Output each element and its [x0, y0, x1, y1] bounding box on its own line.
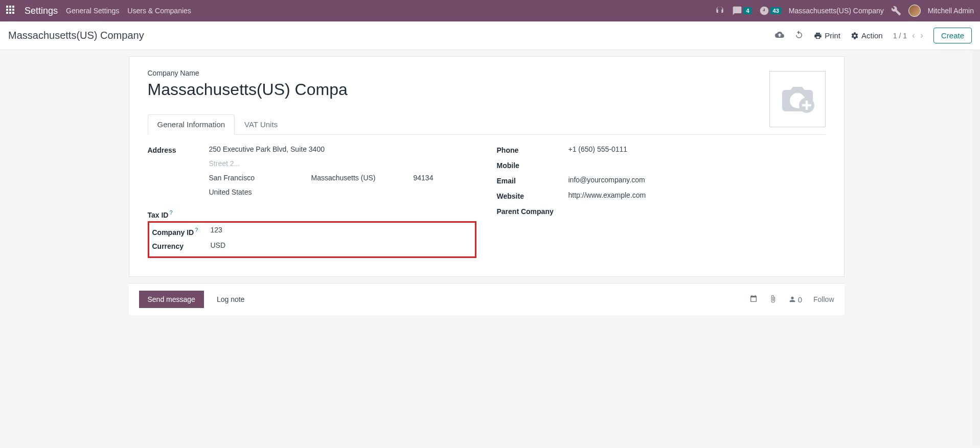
- form-sheet: Company Name General Information VAT Uni…: [129, 56, 845, 277]
- phone-input[interactable]: +1 (650) 555-0111: [568, 145, 826, 153]
- address-row: Address 250 Executive Park Blvd, Suite 3…: [148, 145, 476, 202]
- currency-row: Currency USD: [152, 241, 472, 250]
- email-row: Email info@yourcompany.com: [497, 176, 826, 185]
- chatter-right: 0 Follow: [749, 295, 834, 304]
- address-label: Address: [148, 145, 209, 154]
- cp-button-group: Print Action: [814, 31, 883, 40]
- company-image-upload[interactable]: [769, 71, 826, 127]
- user-name[interactable]: Mitchell Admin: [928, 7, 974, 15]
- tax-id-row: Tax ID?: [148, 208, 476, 219]
- highlight-box: Company ID? 123 Currency USD: [148, 221, 476, 258]
- pager-next-icon[interactable]: ›: [920, 30, 923, 41]
- messages-badge: 4: [743, 7, 751, 14]
- chatter: Send message Log note 0 Follow: [129, 283, 845, 315]
- street2-input[interactable]: Street 2...: [209, 159, 476, 168]
- website-label: Website: [497, 191, 568, 200]
- company-name-label: Company Name: [148, 69, 826, 77]
- top-navbar: Settings General Settings Users & Compan…: [0, 0, 980, 21]
- action-label: Action: [861, 31, 883, 40]
- action-button[interactable]: Action: [851, 31, 883, 40]
- email-input[interactable]: info@yourcompany.com: [568, 176, 826, 184]
- phone-row: Phone +1 (650) 555-0111: [497, 145, 826, 154]
- camera-plus-icon: [779, 84, 816, 114]
- zip-input[interactable]: 94134: [414, 174, 465, 182]
- pager: 1 / 1 ‹ ›: [893, 30, 923, 41]
- company-id-label: Company ID?: [152, 226, 211, 237]
- website-input[interactable]: http://www.example.com: [568, 191, 826, 199]
- parent-company-label: Parent Company: [497, 206, 568, 216]
- messages-button[interactable]: 4: [732, 6, 751, 16]
- create-button[interactable]: Create: [933, 28, 972, 43]
- navbar-left: Settings General Settings Users & Compan…: [6, 6, 191, 16]
- pager-text: 1 / 1: [893, 32, 907, 40]
- mobile-label: Mobile: [497, 160, 568, 170]
- company-switcher[interactable]: Massachusetts(US) Company: [789, 7, 884, 15]
- send-message-button[interactable]: Send message: [139, 291, 204, 308]
- control-panel-right: Print Action 1 / 1 ‹ › Create: [775, 28, 972, 43]
- form-right-column: Phone +1 (650) 555-0111 Mobile Email inf…: [497, 145, 826, 258]
- city-state-zip-row: San Francisco Massachusetts (US) 94134: [209, 174, 476, 188]
- navbar-right: 4 43 Massachusetts(US) Company Mitchell …: [715, 5, 974, 17]
- print-button[interactable]: Print: [814, 31, 840, 40]
- currency-input[interactable]: USD: [211, 241, 472, 249]
- print-label: Print: [825, 31, 840, 40]
- discard-icon[interactable]: [794, 30, 804, 41]
- gear-icon: [851, 32, 859, 40]
- city-input[interactable]: San Francisco: [209, 174, 301, 182]
- state-input[interactable]: Massachusetts (US): [311, 174, 403, 182]
- clock-icon: [759, 6, 769, 16]
- activities-badge: 43: [770, 7, 782, 14]
- control-panel: Massachusetts(US) Company Print Action 1…: [0, 21, 980, 50]
- country-input[interactable]: United States: [209, 188, 476, 196]
- parent-company-row: Parent Company: [497, 206, 826, 216]
- followers-count[interactable]: 0: [788, 295, 802, 304]
- person-icon: [788, 295, 796, 303]
- debug-icon[interactable]: [891, 6, 901, 16]
- main-area: Company Name General Information VAT Uni…: [0, 50, 980, 446]
- log-note-button[interactable]: Log note: [208, 291, 254, 308]
- pager-prev-icon[interactable]: ‹: [912, 30, 915, 41]
- company-id-row: Company ID? 123: [152, 226, 472, 237]
- company-name-input[interactable]: [148, 80, 555, 99]
- print-icon: [814, 32, 822, 40]
- menu-users-companies[interactable]: Users & Companies: [127, 7, 191, 15]
- content-scroll: Company Name General Information VAT Uni…: [0, 50, 973, 446]
- tab-vat-units[interactable]: VAT Units: [235, 114, 287, 134]
- tab-general-information[interactable]: General Information: [148, 114, 235, 135]
- breadcrumb: Massachusetts(US) Company: [8, 30, 144, 41]
- address-block: 250 Executive Park Blvd, Suite 3400 Stre…: [209, 145, 476, 202]
- chatter-left: Send message Log note: [139, 291, 254, 308]
- website-row: Website http://www.example.com: [497, 191, 826, 200]
- activities-icon[interactable]: [749, 295, 758, 304]
- currency-label: Currency: [152, 241, 211, 250]
- menu-general-settings[interactable]: General Settings: [66, 7, 119, 15]
- attachment-icon[interactable]: [769, 295, 777, 304]
- apps-menu-icon[interactable]: [6, 6, 16, 16]
- company-id-help-icon[interactable]: ?: [195, 227, 198, 233]
- form-left-column: Address 250 Executive Park Blvd, Suite 3…: [148, 145, 476, 258]
- company-id-input[interactable]: 123: [211, 226, 472, 234]
- activities-button[interactable]: 43: [759, 6, 782, 16]
- phone-label: Phone: [497, 145, 568, 154]
- email-label: Email: [497, 176, 568, 185]
- app-title[interactable]: Settings: [25, 6, 58, 16]
- street-input[interactable]: 250 Executive Park Blvd, Suite 3400: [209, 145, 476, 153]
- form-grid: Address 250 Executive Park Blvd, Suite 3…: [148, 145, 826, 258]
- cloud-upload-icon[interactable]: [775, 30, 784, 41]
- tabs: General Information VAT Units: [148, 114, 826, 135]
- support-icon[interactable]: [715, 6, 725, 16]
- user-avatar[interactable]: [908, 5, 921, 17]
- tax-id-help-icon[interactable]: ?: [169, 209, 172, 216]
- scrollbar[interactable]: [973, 50, 980, 446]
- mobile-row: Mobile: [497, 160, 826, 170]
- tax-id-label: Tax ID?: [148, 208, 209, 219]
- follow-button[interactable]: Follow: [813, 295, 834, 303]
- chat-icon: [732, 6, 742, 16]
